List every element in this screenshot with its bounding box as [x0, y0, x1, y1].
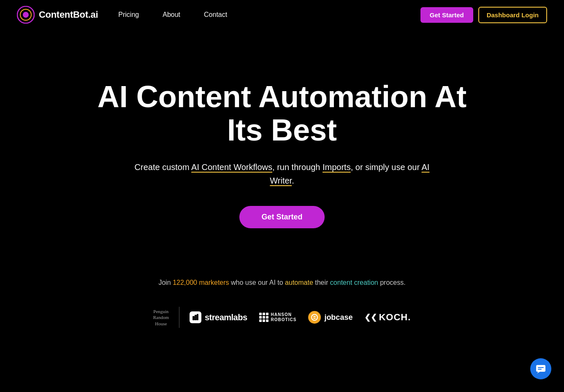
streamlabs-text: streamlabs [205, 313, 247, 322]
social-proof-section: Join 122,000 marketers who use our AI to… [0, 254, 564, 336]
ai-content-workflows-link[interactable]: AI Content Workflows [191, 162, 272, 172]
nav-link-contact[interactable]: Contact [204, 11, 227, 18]
brand-logos-row: PenguinRandomHouse streamlabs HANSONR [153, 307, 411, 328]
subtitle-text-3: , or simply use our [351, 162, 422, 172]
get-started-nav-button[interactable]: Get Started [420, 7, 473, 23]
streamlabs-icon [190, 311, 201, 323]
sp-automate: automate [285, 279, 313, 286]
brand-koch: ❮❮ KOCH. [364, 312, 411, 323]
chat-bubble-button[interactable] [530, 358, 551, 379]
svg-rect-11 [538, 367, 544, 368]
nav-link-about[interactable]: About [163, 11, 180, 18]
svg-marker-10 [537, 372, 540, 373]
svg-rect-8 [313, 318, 316, 319]
svg-rect-9 [536, 365, 545, 372]
hanson-text: HANSONROBOTICS [271, 312, 297, 322]
nav-item-about[interactable]: About [163, 11, 180, 19]
hero-subtitle: Create custom AI Content Workflows, run … [122, 160, 442, 187]
nav-item-contact[interactable]: Contact [204, 11, 227, 19]
svg-rect-12 [538, 369, 542, 370]
sp-before: Join [158, 279, 173, 286]
hero-section: AI Content Automation At Its Best Create… [0, 30, 564, 254]
nav-right: Get Started Dashboard Login [420, 7, 547, 23]
social-proof-text: Join 122,000 marketers who use our AI to… [158, 279, 405, 287]
svg-rect-3 [193, 316, 195, 320]
subtitle-text-4: . [292, 176, 294, 185]
brand-jobcase: jobcase [308, 311, 352, 324]
sp-mid2: their [313, 279, 330, 286]
koch-text: KOCH. [379, 312, 411, 323]
sp-content-creation: content creation [330, 279, 378, 286]
svg-rect-7 [313, 316, 316, 317]
koch-chevrons: ❮❮ [364, 313, 377, 322]
brand-penguin: PenguinRandomHouse [153, 308, 169, 327]
chat-icon [535, 363, 546, 374]
penguin-logo-text: PenguinRandomHouse [153, 308, 169, 327]
svg-point-2 [23, 12, 29, 18]
nav-left: ContentBot.ai Pricing About Contact [17, 6, 227, 24]
get-started-hero-button[interactable]: Get Started [239, 206, 324, 228]
logo-icon [17, 6, 35, 24]
jobcase-text: jobcase [324, 313, 352, 322]
koch-chevron-1: ❮❮ [364, 313, 377, 322]
brand-name: ContentBot.ai [39, 9, 98, 20]
svg-rect-5 [197, 314, 198, 320]
hero-title: AI Content Automation At Its Best [92, 80, 472, 147]
subtitle-text-2: , run through [272, 162, 323, 172]
brand-streamlabs: streamlabs [190, 311, 247, 323]
logo-link[interactable]: ContentBot.ai [17, 6, 98, 24]
imports-link[interactable]: Imports [323, 162, 351, 172]
brand-hanson: HANSONROBOTICS [259, 312, 297, 322]
svg-rect-4 [195, 315, 197, 320]
sp-marketers: 122,000 marketers [173, 279, 229, 286]
nav-item-pricing[interactable]: Pricing [118, 11, 139, 19]
svg-point-6 [312, 314, 317, 320]
sp-mid1: who use our AI to [229, 279, 285, 286]
dashboard-login-button[interactable]: Dashboard Login [478, 7, 547, 23]
jobcase-svg [311, 314, 318, 321]
nav-links: Pricing About Contact [118, 11, 227, 19]
hanson-grid-icon [259, 313, 268, 322]
logo-divider-1 [179, 307, 179, 328]
sp-after: process. [378, 279, 406, 286]
nav-link-pricing[interactable]: Pricing [118, 11, 139, 18]
navbar: ContentBot.ai Pricing About Contact Get … [0, 0, 564, 30]
subtitle-text-1: Create custom [135, 162, 192, 172]
streamlabs-svg [192, 314, 199, 321]
jobcase-icon [308, 311, 321, 324]
